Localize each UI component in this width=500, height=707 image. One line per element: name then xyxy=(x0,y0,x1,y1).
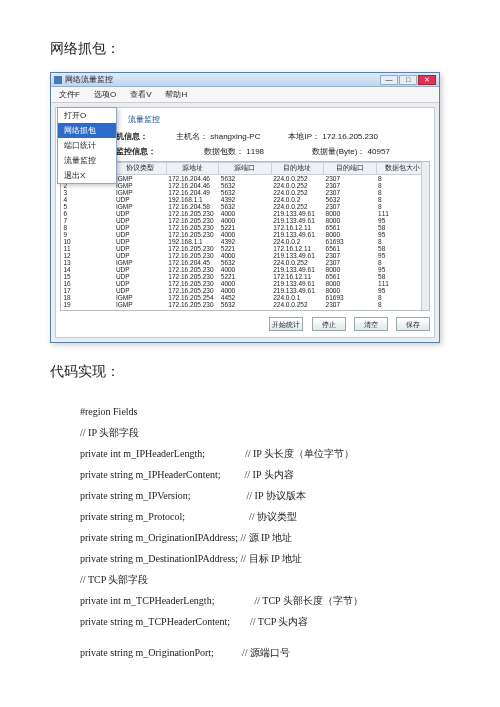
table-row[interactable]: 5IGMP172.16.204.585632224.0.0.25223078 xyxy=(62,203,429,210)
code-line: private int m_IPHeaderLength;// IP 头长度（单… xyxy=(80,443,450,464)
table-row[interactable]: 4UDP192.168.1.14392224.0.0.256328 xyxy=(62,196,429,203)
menu-item-open[interactable]: 打开O xyxy=(58,108,116,123)
table-row[interactable]: 7UDP172.16.205.2304000219.133.49.6180009… xyxy=(62,217,429,224)
col-header[interactable]: 目的端口 xyxy=(324,163,376,175)
host-info-label: 机信息： xyxy=(116,132,148,141)
hostname-value: shangxing-PC xyxy=(210,132,260,141)
menu-options[interactable]: 选项O xyxy=(94,89,116,100)
table-row[interactable]: 17UDP172.16.205.2304000219.133.49.618000… xyxy=(62,287,429,294)
window-title: 网络流量监控 xyxy=(65,74,113,85)
col-header[interactable]: 源端口 xyxy=(219,163,271,175)
code-line: private string m_IPHeaderContent;// IP 头… xyxy=(80,464,450,485)
pktcount-value: 1198 xyxy=(246,147,264,156)
table-row[interactable]: 8UDP172.16.205.2305221172.16.12.11656158 xyxy=(62,224,429,231)
table-row[interactable]: 12UDP172.16.205.2304000219.133.49.612307… xyxy=(62,252,429,259)
code-line: #region Fields xyxy=(80,401,450,422)
stop-button[interactable]: 停止 xyxy=(312,317,346,331)
maximize-button[interactable]: □ xyxy=(399,75,417,85)
hostname-label: 主机名： xyxy=(176,132,208,141)
pktcount-label: 数据包数： xyxy=(204,147,244,156)
menu-file[interactable]: 文件F xyxy=(59,89,80,100)
table-row[interactable]: 14UDP172.16.205.2304000219.133.49.618000… xyxy=(62,266,429,273)
col-header[interactable]: 协议类型 xyxy=(114,163,166,175)
menu-item-exit[interactable]: 退出X xyxy=(58,168,116,183)
code-block: #region Fields // IP 头部字段 private int m_… xyxy=(50,401,450,663)
section-title-capture: 网络抓包： xyxy=(50,40,450,58)
scrollbar[interactable] xyxy=(421,162,429,310)
clear-button[interactable]: 清空 xyxy=(354,317,388,331)
table-row[interactable]: 15UDP172.16.205.2305221172.16.12.1165615… xyxy=(62,273,429,280)
table-row[interactable]: 10UDP192.168.1.14392224.0.0.2616938 xyxy=(62,238,429,245)
code-line: private string m_TCPHeaderContent;// TCP… xyxy=(80,611,450,632)
file-dropdown: 打开O 网络抓包 端口统计 流量监控 退出X xyxy=(57,107,117,184)
code-line: // IP 头部字段 xyxy=(80,422,450,443)
table-row[interactable]: 16UDP172.16.205.2304000219.133.49.618000… xyxy=(62,280,429,287)
menu-item-portstat[interactable]: 端口统计 xyxy=(58,138,116,153)
menu-item-traffic[interactable]: 流量监控 xyxy=(58,153,116,168)
table-row[interactable]: 9UDP172.16.205.2304000219.133.49.6180009… xyxy=(62,231,429,238)
bytes-label: 数据量(Byte)： xyxy=(312,147,365,156)
table-row[interactable]: 19IGMP172.16.205.2305632224.0.0.25223078 xyxy=(62,301,429,308)
minimize-button[interactable]: — xyxy=(380,75,398,85)
menubar: 文件F 选项O 查看V 帮助H xyxy=(51,87,439,103)
col-header[interactable]: 目的地址 xyxy=(271,163,323,175)
col-header[interactable]: 源地址 xyxy=(166,163,218,175)
code-line: private int m_TCPHeaderLength;// TCP 头部长… xyxy=(80,590,450,611)
code-line: // TCP 头部字段 xyxy=(80,569,450,590)
app-window: 网络流量监控 — □ ✕ 文件F 选项O 查看V 帮助H 打开O 网络抓包 端口… xyxy=(50,72,440,343)
menu-view[interactable]: 查看V xyxy=(130,89,151,100)
close-button[interactable]: ✕ xyxy=(418,75,436,85)
code-line: private string m_IPVersion;// IP 协议版本 xyxy=(80,485,450,506)
titlebar: 网络流量监控 — □ ✕ xyxy=(51,73,439,87)
section-title-code: 代码实现： xyxy=(50,363,450,381)
table-row[interactable]: 18IGMP172.16.205.2544452224.0.0.1616938 xyxy=(62,294,429,301)
code-line: private string m_DestinationIPAddress; /… xyxy=(80,548,450,569)
traffic-monitor-link[interactable]: 流量监控 xyxy=(128,114,426,125)
bytes-value: 40957 xyxy=(368,147,390,156)
table-row[interactable]: 3IGMP172.16.204.495632224.0.0.25223078 xyxy=(62,189,429,196)
table-row[interactable]: 6UDP172.16.205.2304000219.133.49.6180001… xyxy=(62,210,429,217)
menu-item-capture[interactable]: 网络抓包 xyxy=(58,123,116,138)
code-line: private string m_OriginationPort;// 源端口号 xyxy=(80,642,450,663)
table-row[interactable]: 13IGMP172.16.204.455632224.0.0.25223078 xyxy=(62,259,429,266)
table-row[interactable]: 11UDP172.16.205.2305221172.16.12.1165615… xyxy=(62,245,429,252)
code-line: private string m_OriginationIPAddress; /… xyxy=(80,527,450,548)
menu-help[interactable]: 帮助H xyxy=(165,89,187,100)
code-line: private string m_Protocol;// 协议类型 xyxy=(80,506,450,527)
monitor-info-label: 监控信息： xyxy=(116,147,156,156)
save-button[interactable]: 保存 xyxy=(396,317,430,331)
localip-label: 本地IP： xyxy=(288,132,320,141)
app-icon xyxy=(54,76,62,84)
start-button[interactable]: 开始统计 xyxy=(269,317,303,331)
localip-value: 172.16.205.230 xyxy=(322,132,378,141)
